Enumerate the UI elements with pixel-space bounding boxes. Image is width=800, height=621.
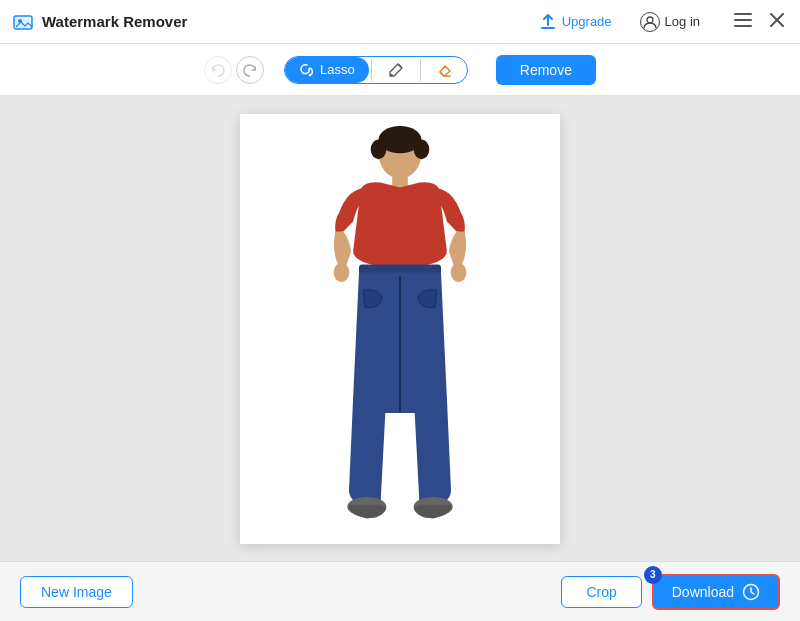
nav-buttons xyxy=(204,56,264,84)
download-button[interactable]: Download xyxy=(652,574,780,610)
tool-group: Lasso xyxy=(284,56,468,84)
svg-rect-4 xyxy=(734,13,752,15)
login-button[interactable]: Log in xyxy=(634,8,706,36)
user-icon xyxy=(640,12,660,32)
brush-tool-button[interactable] xyxy=(374,57,418,83)
tool-divider-1 xyxy=(371,59,372,81)
close-button[interactable] xyxy=(766,11,788,33)
upgrade-button[interactable]: Upgrade xyxy=(533,9,618,35)
svg-point-3 xyxy=(647,17,653,23)
title-bar: Watermark Remover Upgrade Log in xyxy=(0,0,800,44)
upgrade-icon xyxy=(539,13,557,31)
remove-button[interactable]: Remove xyxy=(496,55,596,85)
redo-icon xyxy=(243,63,257,77)
download-badge: 3 xyxy=(644,566,662,584)
lasso-tool-button[interactable]: Lasso xyxy=(285,57,369,83)
toolbar: Lasso Remove xyxy=(0,44,800,96)
lasso-icon xyxy=(299,62,315,78)
new-image-button[interactable]: New Image xyxy=(20,576,133,608)
bottom-bar: New Image Crop 3 Download xyxy=(0,561,800,621)
svg-rect-6 xyxy=(734,25,752,27)
window-controls xyxy=(730,11,788,33)
image-canvas xyxy=(240,114,560,544)
person-image xyxy=(300,124,500,534)
undo-button[interactable] xyxy=(204,56,232,84)
undo-icon xyxy=(211,63,225,77)
erase-icon xyxy=(437,62,453,78)
svg-point-12 xyxy=(414,139,430,159)
svg-rect-2 xyxy=(541,27,555,29)
redo-button[interactable] xyxy=(236,56,264,84)
svg-point-14 xyxy=(334,262,350,282)
brush-icon xyxy=(388,62,404,78)
svg-point-7 xyxy=(309,73,311,75)
clock-icon xyxy=(742,583,760,601)
hamburger-button[interactable] xyxy=(730,11,756,33)
svg-point-8 xyxy=(390,73,392,75)
erase-tool-button[interactable] xyxy=(423,57,467,83)
svg-point-11 xyxy=(371,139,387,159)
tool-divider-2 xyxy=(420,59,421,81)
title-right: Upgrade Log in xyxy=(533,8,788,36)
crop-button[interactable]: Crop xyxy=(561,576,641,608)
download-wrapper: 3 Download xyxy=(652,574,780,610)
svg-rect-5 xyxy=(734,19,752,21)
app-logo-icon xyxy=(12,11,34,33)
main-canvas-area xyxy=(0,96,800,561)
svg-point-15 xyxy=(451,262,467,282)
title-left: Watermark Remover xyxy=(12,11,187,33)
app-title: Watermark Remover xyxy=(42,13,187,30)
right-buttons: Crop 3 Download xyxy=(561,574,780,610)
